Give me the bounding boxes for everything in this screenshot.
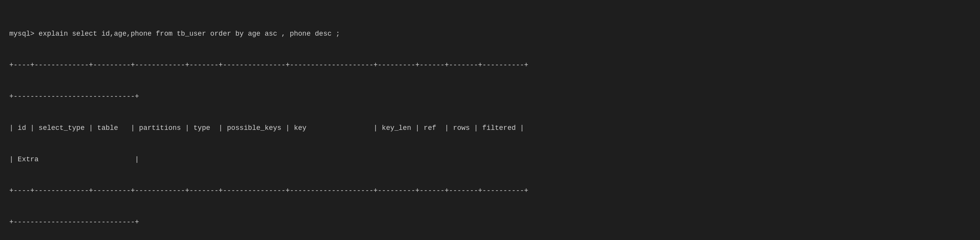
separator-line-2: +-----------------------------+ [9,92,971,102]
extra-header-row: | Extra | [9,154,971,165]
separator-line-3: +----+-------------+---------+----------… [9,186,971,196]
separator-line-4: +-----------------------------+ [9,217,971,228]
command-line: mysql> explain select id,age,phone from … [9,29,971,39]
terminal-window: mysql> explain select id,age,phone from … [9,8,971,240]
separator-line-1: +----+-------------+---------+----------… [9,60,971,71]
prompt-text: mysql> explain select id,age,phone from … [9,30,340,38]
header-row: | id | select_type | table | partitions … [9,123,971,133]
